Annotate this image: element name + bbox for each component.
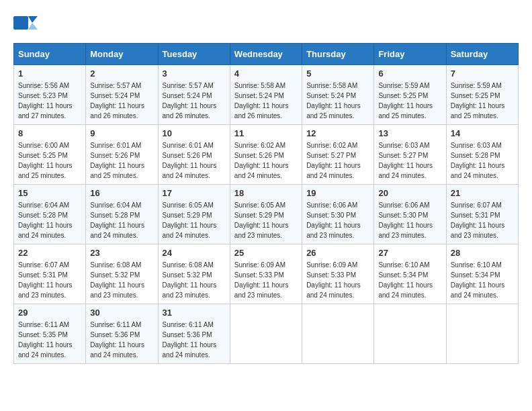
calendar-day-cell: 4 Sunrise: 5:58 AM Sunset: 5:24 PM Dayli… [230,65,302,125]
day-info: Sunrise: 6:02 AM Sunset: 5:27 PM Dayligh… [306,140,369,181]
calendar-day-cell: 3 Sunrise: 5:57 AM Sunset: 5:24 PM Dayli… [158,65,230,125]
weekday-header: Friday [374,44,446,65]
day-info: Sunrise: 6:04 AM Sunset: 5:28 PM Dayligh… [18,200,81,240]
svg-marker-2 [28,23,38,30]
calendar-day-cell [302,304,374,364]
calendar-week-row: 29 Sunrise: 6:11 AM Sunset: 5:35 PM Dayl… [14,304,519,364]
calendar-week-row: 1 Sunrise: 5:56 AM Sunset: 5:23 PM Dayli… [14,65,519,125]
day-info: Sunrise: 6:07 AM Sunset: 5:31 PM Dayligh… [18,260,81,300]
weekday-header: Tuesday [158,44,230,65]
calendar-header-row: SundayMondayTuesdayWednesdayThursdayFrid… [14,44,519,65]
calendar-day-cell: 28 Sunrise: 6:10 AM Sunset: 5:34 PM Dayl… [446,244,518,304]
calendar-week-row: 8 Sunrise: 6:00 AM Sunset: 5:25 PM Dayli… [14,125,519,185]
day-info: Sunrise: 5:58 AM Sunset: 5:24 PM Dayligh… [234,81,298,121]
day-number: 18 [234,188,298,198]
day-info: Sunrise: 5:59 AM Sunset: 5:25 PM Dayligh… [378,81,441,121]
day-info: Sunrise: 6:05 AM Sunset: 5:29 PM Dayligh… [163,200,226,240]
day-info: Sunrise: 5:59 AM Sunset: 5:25 PM Dayligh… [451,81,514,121]
day-info: Sunrise: 5:56 AM Sunset: 5:23 PM Dayligh… [18,81,81,121]
calendar-day-cell: 12 Sunrise: 6:02 AM Sunset: 5:27 PM Dayl… [302,125,374,185]
calendar-week-row: 15 Sunrise: 6:04 AM Sunset: 5:28 PM Dayl… [14,185,519,244]
weekday-header: Saturday [446,44,518,65]
day-info: Sunrise: 6:03 AM Sunset: 5:28 PM Dayligh… [451,140,514,181]
day-info: Sunrise: 5:57 AM Sunset: 5:24 PM Dayligh… [90,81,153,121]
day-info: Sunrise: 6:08 AM Sunset: 5:32 PM Dayligh… [90,260,153,300]
calendar-day-cell: 23 Sunrise: 6:08 AM Sunset: 5:32 PM Dayl… [86,244,158,304]
calendar-day-cell: 8 Sunrise: 6:00 AM Sunset: 5:25 PM Dayli… [14,125,86,185]
day-info: Sunrise: 6:09 AM Sunset: 5:33 PM Dayligh… [234,260,298,300]
calendar-day-cell: 17 Sunrise: 6:05 AM Sunset: 5:29 PM Dayl… [158,185,230,244]
page-header [13,13,519,32]
weekday-header: Wednesday [230,44,302,65]
day-number: 6 [378,68,441,79]
day-number: 31 [163,308,226,318]
calendar-day-cell: 22 Sunrise: 6:07 AM Sunset: 5:31 PM Dayl… [14,244,86,304]
weekday-header: Monday [86,44,158,65]
day-info: Sunrise: 6:05 AM Sunset: 5:29 PM Dayligh… [234,200,298,240]
day-number: 19 [306,188,369,198]
calendar-week-row: 22 Sunrise: 6:07 AM Sunset: 5:31 PM Dayl… [14,244,519,304]
day-number: 9 [90,128,153,138]
day-number: 13 [378,128,441,138]
calendar-day-cell: 26 Sunrise: 6:09 AM Sunset: 5:33 PM Dayl… [302,244,374,304]
day-info: Sunrise: 6:00 AM Sunset: 5:25 PM Dayligh… [18,140,81,181]
calendar-table: SundayMondayTuesdayWednesdayThursdayFrid… [13,43,519,364]
day-number: 10 [163,128,226,138]
logo [13,13,40,32]
calendar-day-cell: 20 Sunrise: 6:06 AM Sunset: 5:30 PM Dayl… [374,185,446,244]
day-number: 29 [18,308,81,318]
svg-marker-1 [28,16,38,23]
day-number: 16 [90,188,153,198]
day-number: 5 [306,68,369,79]
calendar-day-cell: 7 Sunrise: 5:59 AM Sunset: 5:25 PM Dayli… [446,65,518,125]
day-info: Sunrise: 6:07 AM Sunset: 5:31 PM Dayligh… [451,200,514,240]
day-number: 24 [163,248,226,258]
day-info: Sunrise: 6:01 AM Sunset: 5:26 PM Dayligh… [163,140,226,181]
day-number: 27 [378,248,441,258]
calendar-day-cell: 29 Sunrise: 6:11 AM Sunset: 5:35 PM Dayl… [14,304,86,364]
day-number: 25 [234,248,298,258]
calendar-day-cell: 18 Sunrise: 6:05 AM Sunset: 5:29 PM Dayl… [230,185,302,244]
calendar-day-cell: 25 Sunrise: 6:09 AM Sunset: 5:33 PM Dayl… [230,244,302,304]
day-info: Sunrise: 6:04 AM Sunset: 5:28 PM Dayligh… [90,200,153,240]
day-number: 28 [451,248,514,258]
day-number: 11 [234,128,298,138]
calendar-day-cell: 1 Sunrise: 5:56 AM Sunset: 5:23 PM Dayli… [14,65,86,125]
day-number: 12 [306,128,369,138]
day-info: Sunrise: 6:06 AM Sunset: 5:30 PM Dayligh… [306,200,369,240]
day-info: Sunrise: 6:10 AM Sunset: 5:34 PM Dayligh… [451,260,514,300]
calendar-day-cell: 11 Sunrise: 6:02 AM Sunset: 5:26 PM Dayl… [230,125,302,185]
calendar-day-cell: 6 Sunrise: 5:59 AM Sunset: 5:25 PM Dayli… [374,65,446,125]
day-number: 30 [90,308,153,318]
day-number: 1 [18,68,81,79]
calendar-day-cell: 19 Sunrise: 6:06 AM Sunset: 5:30 PM Dayl… [302,185,374,244]
day-number: 22 [18,248,81,258]
day-number: 2 [90,68,153,79]
day-number: 8 [18,128,81,138]
day-number: 14 [451,128,514,138]
day-number: 4 [234,68,298,79]
day-info: Sunrise: 6:11 AM Sunset: 5:35 PM Dayligh… [18,320,81,360]
day-number: 23 [90,248,153,258]
calendar-day-cell [446,304,518,364]
day-info: Sunrise: 6:08 AM Sunset: 5:32 PM Dayligh… [163,260,226,300]
day-number: 20 [378,188,441,198]
svg-rect-0 [13,16,28,30]
calendar-day-cell [230,304,302,364]
calendar-day-cell: 5 Sunrise: 5:58 AM Sunset: 5:24 PM Dayli… [302,65,374,125]
day-number: 17 [163,188,226,198]
day-info: Sunrise: 6:11 AM Sunset: 5:36 PM Dayligh… [163,320,226,360]
day-info: Sunrise: 6:09 AM Sunset: 5:33 PM Dayligh… [306,260,369,300]
weekday-header: Sunday [14,44,86,65]
day-info: Sunrise: 6:06 AM Sunset: 5:30 PM Dayligh… [378,200,441,240]
calendar-day-cell: 14 Sunrise: 6:03 AM Sunset: 5:28 PM Dayl… [446,125,518,185]
logo-icon [13,13,38,32]
calendar-day-cell: 10 Sunrise: 6:01 AM Sunset: 5:26 PM Dayl… [158,125,230,185]
calendar-day-cell: 15 Sunrise: 6:04 AM Sunset: 5:28 PM Dayl… [14,185,86,244]
day-number: 3 [163,68,226,79]
weekday-header: Thursday [302,44,374,65]
day-info: Sunrise: 5:58 AM Sunset: 5:24 PM Dayligh… [306,81,369,121]
day-info: Sunrise: 6:10 AM Sunset: 5:34 PM Dayligh… [378,260,441,300]
day-info: Sunrise: 6:02 AM Sunset: 5:26 PM Dayligh… [234,140,298,181]
calendar-day-cell: 31 Sunrise: 6:11 AM Sunset: 5:36 PM Dayl… [158,304,230,364]
